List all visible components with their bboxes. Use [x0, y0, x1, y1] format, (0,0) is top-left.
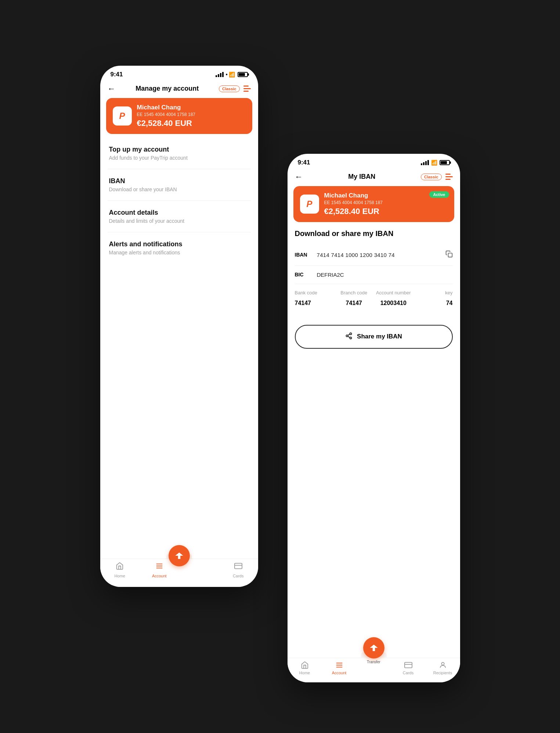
- menu-item-account-details[interactable]: Account details Details and limits of yo…: [108, 201, 251, 232]
- nav-label-cards-1: Cards: [233, 574, 243, 578]
- bic-row: BIC DEFRIA2C: [295, 266, 453, 284]
- card-balance-2: €2,528.40 EUR: [324, 207, 448, 216]
- back-button-2[interactable]: ←: [295, 172, 303, 182]
- card-iban-1: EE 1545 4004 4004 1758 187: [137, 112, 246, 117]
- status-bar-2: 9:41 📶: [288, 154, 460, 169]
- nav-item-cards-1[interactable]: Cards: [218, 562, 258, 578]
- svg-line-9: [348, 336, 350, 337]
- bic-field-label: BIC: [295, 272, 317, 277]
- classic-badge-1: Classic: [219, 86, 240, 92]
- menu-item-alerts-sub: Manage alerts and notifications: [109, 250, 249, 255]
- share-iban-button[interactable]: Share my IBAN: [295, 325, 453, 349]
- paytrip-logo-2: P: [300, 195, 319, 214]
- nav-item-cards-2[interactable]: Cards: [391, 661, 426, 675]
- bic-field-value: DEFRIA2C: [317, 272, 344, 278]
- iban-row: IBAN 7414 7414 1000 1200 3410 74: [295, 244, 453, 266]
- svg-point-6: [350, 333, 352, 334]
- bank-table: Bank code Branch code Account number key…: [295, 284, 453, 312]
- card-name-2: Michael Chang: [324, 192, 448, 199]
- menu-item-alerts[interactable]: Alerts and notifications Manage alerts a…: [108, 232, 251, 264]
- menu-item-iban[interactable]: IBAN Download or share your IBAN: [108, 169, 251, 201]
- share-btn-label: Share my IBAN: [357, 333, 402, 340]
- card-info-1: Michael Chang EE 1545 4004 4004 1758 187…: [137, 104, 246, 128]
- card-iban-2: EE 1545 4004 4004 1758 187: [324, 200, 448, 205]
- menu-item-iban-title: IBAN: [109, 177, 249, 185]
- nav-label-account-1: Account: [152, 574, 167, 578]
- svg-point-8: [350, 337, 352, 339]
- signal-icon-2: [421, 160, 429, 165]
- menu-icon-1[interactable]: [243, 86, 251, 92]
- nav-title-2: My IBAN: [303, 173, 421, 181]
- key-value: 74: [413, 300, 453, 306]
- wifi-icon-2: 📶: [431, 160, 437, 166]
- nav-item-recipients-2[interactable]: Recipients: [426, 661, 460, 675]
- status-icons-1: • 📶: [216, 72, 248, 77]
- transfer-fab-1[interactable]: [169, 545, 190, 566]
- svg-rect-3: [235, 563, 242, 569]
- card-balance-1: €2,528.40 EUR: [137, 119, 246, 128]
- menu-item-topup-title: Top up my account: [109, 146, 249, 153]
- iban-field-label: IBAN: [295, 252, 317, 258]
- active-badge: Active: [429, 191, 449, 198]
- transfer-fab-2[interactable]: Transfer: [363, 637, 384, 664]
- menu-line-1c: [243, 91, 249, 92]
- menu-line-1a: [243, 86, 249, 87]
- menu-item-iban-sub: Download or share your IBAN: [109, 186, 249, 192]
- cards-icon-2: [404, 661, 412, 669]
- recipients-icon-2: [439, 661, 447, 669]
- phone-1: 9:41 • 📶 ← Manage my account Classic: [100, 66, 258, 587]
- home-icon-2: [301, 661, 309, 669]
- svg-point-16: [441, 662, 444, 665]
- nav-item-home-2[interactable]: Home: [288, 661, 322, 675]
- status-bar-1: 9:41 • 📶: [100, 66, 258, 81]
- nav-item-home-1[interactable]: Home: [100, 562, 140, 578]
- p-logo-2: P: [306, 199, 312, 209]
- signal-icon-1: [216, 72, 224, 77]
- battery-icon-1: [238, 72, 248, 77]
- transfer-circle-2[interactable]: [363, 637, 384, 658]
- bank-table-header: Bank code Branch code Account number key: [295, 290, 453, 295]
- transfer-arrow-icon-2: [369, 643, 379, 653]
- nav-title-1: Manage my account: [116, 85, 219, 92]
- branch-code-value: 74147: [334, 300, 374, 306]
- svg-line-10: [348, 334, 350, 335]
- account-card-1: P Michael Chang EE 1545 4004 4004 1758 1…: [106, 98, 252, 134]
- nav-label-home-1: Home: [115, 574, 125, 578]
- p-logo-1: P: [119, 111, 125, 121]
- menu-item-account-details-title: Account details: [109, 209, 249, 217]
- bank-code-header: Bank code: [295, 290, 335, 295]
- phones-container: 9:41 • 📶 ← Manage my account Classic: [100, 36, 460, 697]
- paytrip-logo-1: P: [113, 106, 132, 126]
- card-info-2: Michael Chang EE 1545 4004 4004 1758 187…: [324, 192, 448, 216]
- menu-items-1: Top up my account Add funds to your PayT…: [100, 134, 258, 267]
- transfer-arrow-icon-1: [174, 551, 184, 560]
- menu-item-topup[interactable]: Top up my account Add funds to your PayT…: [108, 138, 251, 169]
- status-icons-2: 📶: [421, 160, 450, 166]
- menu-item-topup-sub: Add funds to your PayTrip account: [109, 155, 249, 161]
- nav-label-recipients-2: Recipients: [433, 671, 452, 675]
- account-card-2: P Michael Chang EE 1545 4004 4004 1758 1…: [293, 186, 454, 222]
- back-button-1[interactable]: ←: [108, 84, 116, 94]
- transfer-circle-1[interactable]: [169, 545, 190, 566]
- top-nav-1: ← Manage my account Classic: [100, 81, 258, 98]
- iban-section-title: Download or share my IBAN: [295, 229, 453, 238]
- account-icon-2: [335, 661, 343, 669]
- battery-icon-2: [440, 160, 450, 165]
- menu-line-2c: [445, 179, 451, 180]
- time-2: 9:41: [298, 159, 310, 166]
- iban-section: Download or share my IBAN IBAN 7414 7414…: [288, 222, 460, 316]
- top-nav-2: ← My IBAN Classic: [288, 169, 460, 186]
- time-1: 9:41: [111, 71, 123, 78]
- nav-item-account-2[interactable]: Account: [322, 661, 357, 675]
- key-header: key: [413, 290, 453, 295]
- nav-label-cards-2: Cards: [403, 671, 413, 675]
- share-icon: [345, 332, 353, 341]
- bank-code-value: 74147: [295, 300, 335, 306]
- menu-line-1b: [243, 88, 251, 89]
- nav-label-home-2: Home: [299, 671, 310, 675]
- iban-field-value: 7414 7414 1000 1200 3410 74: [317, 252, 445, 258]
- svg-rect-5: [448, 253, 452, 257]
- copy-iban-button[interactable]: [445, 250, 453, 260]
- menu-icon-2[interactable]: [445, 174, 453, 180]
- phone-2: 9:41 📶 ← My IBAN Classic: [288, 154, 460, 682]
